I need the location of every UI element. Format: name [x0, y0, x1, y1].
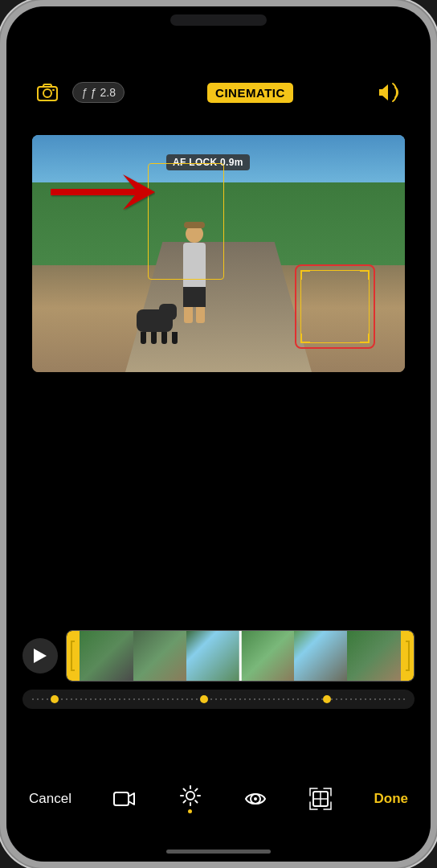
left-controls: ƒ ƒ 2.8: [32, 77, 125, 108]
dog-figure: [137, 296, 181, 344]
aperture-f-symbol: ƒ: [81, 86, 88, 99]
person-shorts: [183, 287, 206, 307]
video-preview[interactable]: AF LOCK 0.9m: [32, 135, 405, 372]
filmstrip-row: [22, 628, 415, 683]
svg-rect-2: [52, 89, 55, 91]
focus-icon: [243, 787, 268, 811]
film-frame-2: [133, 631, 187, 681]
focus-box-secondary[interactable]: [295, 264, 375, 349]
active-indicator: [188, 809, 192, 813]
dog-leg-1: [141, 332, 146, 344]
camera-icon-button[interactable]: [32, 77, 63, 108]
adjust-icon: [178, 784, 202, 808]
film-frame-5: [294, 631, 348, 681]
camera-record-icon: [112, 787, 137, 811]
corner-bl: [300, 334, 310, 343]
svg-line-10: [183, 789, 185, 791]
svg-line-13: [183, 800, 185, 802]
dot-marker-2[interactable]: [200, 695, 208, 703]
dot-marker-1[interactable]: [51, 695, 59, 703]
video-scene: AF LOCK 0.9m: [32, 135, 405, 372]
red-arrow: [51, 170, 155, 211]
aperture-badge[interactable]: ƒ ƒ 2.8: [72, 82, 125, 103]
cinematic-badge[interactable]: CINEMATIC: [207, 83, 293, 103]
film-frame-6: [347, 631, 401, 681]
playhead: [239, 631, 242, 681]
corner-tl: [300, 270, 310, 280]
volume-button[interactable]: [376, 78, 405, 107]
corner-br: [360, 334, 370, 343]
transform-icon: [308, 787, 333, 811]
cancel-button[interactable]: Cancel: [29, 791, 71, 807]
dog-legs: [141, 332, 178, 344]
svg-point-15: [254, 797, 257, 800]
focus-box-inner: [300, 270, 370, 343]
aperture-value: ƒ 2.8: [91, 86, 116, 99]
svg-marker-3: [51, 174, 155, 210]
film-frame-3: [186, 631, 240, 681]
filmstrip-bracket-right: [401, 631, 414, 681]
film-frame-1: [80, 631, 133, 681]
dog-leg-2: [151, 332, 157, 344]
dot-track-line: [32, 698, 405, 700]
bottom-toolbar: Cancel: [6, 784, 431, 813]
dog-body: [137, 309, 173, 332]
timeline-section: [6, 628, 431, 709]
done-button[interactable]: Done: [374, 791, 408, 807]
person-leg-left: [184, 307, 193, 323]
filmstrip-bracket-left: [67, 631, 80, 681]
person-leg-right: [196, 307, 205, 323]
dog-leg-4: [172, 332, 178, 344]
top-controls: ƒ ƒ 2.8 CINEMATIC: [6, 77, 431, 108]
focus-box-person[interactable]: [148, 163, 224, 280]
dot-track[interactable]: [22, 690, 415, 709]
svg-line-12: [195, 789, 197, 791]
focus-button[interactable]: [243, 787, 268, 811]
corner-tr: [360, 270, 370, 280]
home-indicator: [166, 850, 271, 854]
camera-record-button[interactable]: [112, 787, 137, 811]
dot-marker-3[interactable]: [323, 695, 331, 703]
film-frame-4: [240, 631, 294, 681]
svg-point-1: [43, 89, 51, 97]
svg-rect-4: [114, 792, 129, 805]
svg-line-11: [195, 800, 197, 802]
dot-track-inner: [32, 698, 405, 701]
filmstrip-container[interactable]: [66, 630, 415, 682]
dog-leg-3: [161, 332, 167, 344]
play-button[interactable]: [22, 638, 58, 674]
adjust-button[interactable]: [178, 784, 202, 813]
svg-point-5: [186, 792, 194, 800]
transform-button[interactable]: [308, 787, 333, 811]
phone-inner: ƒ ƒ 2.8 CINEMATIC: [6, 6, 431, 862]
sensor-bar: [170, 14, 267, 26]
phone-frame: ƒ ƒ 2.8 CINEMATIC: [0, 0, 437, 868]
